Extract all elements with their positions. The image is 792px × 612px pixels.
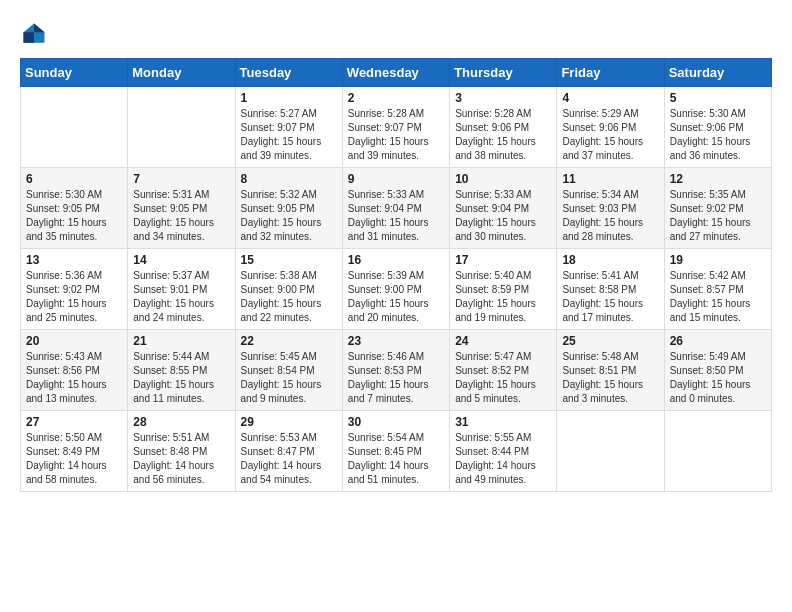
day-number: 25 [562,334,658,348]
day-number: 28 [133,415,229,429]
calendar-cell: 25Sunrise: 5:48 AM Sunset: 8:51 PM Dayli… [557,330,664,411]
svg-rect-2 [24,32,35,43]
calendar-cell: 1Sunrise: 5:27 AM Sunset: 9:07 PM Daylig… [235,87,342,168]
calendar-cell: 12Sunrise: 5:35 AM Sunset: 9:02 PM Dayli… [664,168,771,249]
day-number: 21 [133,334,229,348]
calendar-cell: 21Sunrise: 5:44 AM Sunset: 8:55 PM Dayli… [128,330,235,411]
weekday-header-monday: Monday [128,59,235,87]
page-header [20,20,772,48]
day-info: Sunrise: 5:34 AM Sunset: 9:03 PM Dayligh… [562,188,658,244]
day-info: Sunrise: 5:43 AM Sunset: 8:56 PM Dayligh… [26,350,122,406]
calendar-week-1: 1Sunrise: 5:27 AM Sunset: 9:07 PM Daylig… [21,87,772,168]
calendar-cell: 16Sunrise: 5:39 AM Sunset: 9:00 PM Dayli… [342,249,449,330]
day-info: Sunrise: 5:53 AM Sunset: 8:47 PM Dayligh… [241,431,337,487]
day-info: Sunrise: 5:28 AM Sunset: 9:06 PM Dayligh… [455,107,551,163]
day-number: 14 [133,253,229,267]
calendar-cell: 19Sunrise: 5:42 AM Sunset: 8:57 PM Dayli… [664,249,771,330]
calendar-cell: 13Sunrise: 5:36 AM Sunset: 9:02 PM Dayli… [21,249,128,330]
day-info: Sunrise: 5:33 AM Sunset: 9:04 PM Dayligh… [455,188,551,244]
calendar-cell: 15Sunrise: 5:38 AM Sunset: 9:00 PM Dayli… [235,249,342,330]
calendar-week-3: 13Sunrise: 5:36 AM Sunset: 9:02 PM Dayli… [21,249,772,330]
day-info: Sunrise: 5:38 AM Sunset: 9:00 PM Dayligh… [241,269,337,325]
calendar-table: SundayMondayTuesdayWednesdayThursdayFrid… [20,58,772,492]
day-number: 30 [348,415,444,429]
calendar-cell: 26Sunrise: 5:49 AM Sunset: 8:50 PM Dayli… [664,330,771,411]
day-info: Sunrise: 5:36 AM Sunset: 9:02 PM Dayligh… [26,269,122,325]
calendar-cell: 17Sunrise: 5:40 AM Sunset: 8:59 PM Dayli… [450,249,557,330]
day-number: 18 [562,253,658,267]
day-info: Sunrise: 5:47 AM Sunset: 8:52 PM Dayligh… [455,350,551,406]
day-number: 6 [26,172,122,186]
day-info: Sunrise: 5:45 AM Sunset: 8:54 PM Dayligh… [241,350,337,406]
calendar-cell: 2Sunrise: 5:28 AM Sunset: 9:07 PM Daylig… [342,87,449,168]
calendar-cell: 27Sunrise: 5:50 AM Sunset: 8:49 PM Dayli… [21,411,128,492]
logo [20,20,52,48]
day-number: 11 [562,172,658,186]
weekday-header-wednesday: Wednesday [342,59,449,87]
calendar-cell: 6Sunrise: 5:30 AM Sunset: 9:05 PM Daylig… [21,168,128,249]
weekday-header-friday: Friday [557,59,664,87]
calendar-cell: 10Sunrise: 5:33 AM Sunset: 9:04 PM Dayli… [450,168,557,249]
day-info: Sunrise: 5:41 AM Sunset: 8:58 PM Dayligh… [562,269,658,325]
calendar-cell: 23Sunrise: 5:46 AM Sunset: 8:53 PM Dayli… [342,330,449,411]
calendar-cell: 29Sunrise: 5:53 AM Sunset: 8:47 PM Dayli… [235,411,342,492]
calendar-cell: 3Sunrise: 5:28 AM Sunset: 9:06 PM Daylig… [450,87,557,168]
calendar-cell: 7Sunrise: 5:31 AM Sunset: 9:05 PM Daylig… [128,168,235,249]
calendar-week-4: 20Sunrise: 5:43 AM Sunset: 8:56 PM Dayli… [21,330,772,411]
day-info: Sunrise: 5:39 AM Sunset: 9:00 PM Dayligh… [348,269,444,325]
day-info: Sunrise: 5:35 AM Sunset: 9:02 PM Dayligh… [670,188,766,244]
day-number: 8 [241,172,337,186]
day-number: 9 [348,172,444,186]
day-number: 24 [455,334,551,348]
calendar-cell [128,87,235,168]
day-info: Sunrise: 5:33 AM Sunset: 9:04 PM Dayligh… [348,188,444,244]
weekday-header-sunday: Sunday [21,59,128,87]
calendar-cell: 18Sunrise: 5:41 AM Sunset: 8:58 PM Dayli… [557,249,664,330]
day-info: Sunrise: 5:30 AM Sunset: 9:05 PM Dayligh… [26,188,122,244]
calendar-cell: 24Sunrise: 5:47 AM Sunset: 8:52 PM Dayli… [450,330,557,411]
day-info: Sunrise: 5:28 AM Sunset: 9:07 PM Dayligh… [348,107,444,163]
day-info: Sunrise: 5:46 AM Sunset: 8:53 PM Dayligh… [348,350,444,406]
day-number: 17 [455,253,551,267]
calendar-week-5: 27Sunrise: 5:50 AM Sunset: 8:49 PM Dayli… [21,411,772,492]
day-info: Sunrise: 5:37 AM Sunset: 9:01 PM Dayligh… [133,269,229,325]
day-number: 19 [670,253,766,267]
calendar-week-2: 6Sunrise: 5:30 AM Sunset: 9:05 PM Daylig… [21,168,772,249]
calendar-cell: 28Sunrise: 5:51 AM Sunset: 8:48 PM Dayli… [128,411,235,492]
day-info: Sunrise: 5:54 AM Sunset: 8:45 PM Dayligh… [348,431,444,487]
calendar-cell: 5Sunrise: 5:30 AM Sunset: 9:06 PM Daylig… [664,87,771,168]
day-info: Sunrise: 5:50 AM Sunset: 8:49 PM Dayligh… [26,431,122,487]
day-number: 5 [670,91,766,105]
logo-icon [20,20,48,48]
day-info: Sunrise: 5:48 AM Sunset: 8:51 PM Dayligh… [562,350,658,406]
calendar-cell [21,87,128,168]
calendar-cell: 22Sunrise: 5:45 AM Sunset: 8:54 PM Dayli… [235,330,342,411]
day-number: 15 [241,253,337,267]
weekday-header-tuesday: Tuesday [235,59,342,87]
day-info: Sunrise: 5:30 AM Sunset: 9:06 PM Dayligh… [670,107,766,163]
day-info: Sunrise: 5:55 AM Sunset: 8:44 PM Dayligh… [455,431,551,487]
day-info: Sunrise: 5:51 AM Sunset: 8:48 PM Dayligh… [133,431,229,487]
weekday-header-thursday: Thursday [450,59,557,87]
day-number: 29 [241,415,337,429]
calendar-cell: 4Sunrise: 5:29 AM Sunset: 9:06 PM Daylig… [557,87,664,168]
calendar-cell: 11Sunrise: 5:34 AM Sunset: 9:03 PM Dayli… [557,168,664,249]
day-number: 1 [241,91,337,105]
calendar-cell: 9Sunrise: 5:33 AM Sunset: 9:04 PM Daylig… [342,168,449,249]
day-info: Sunrise: 5:32 AM Sunset: 9:05 PM Dayligh… [241,188,337,244]
day-number: 27 [26,415,122,429]
svg-marker-1 [34,24,45,33]
day-number: 7 [133,172,229,186]
day-number: 26 [670,334,766,348]
calendar-cell: 30Sunrise: 5:54 AM Sunset: 8:45 PM Dayli… [342,411,449,492]
day-info: Sunrise: 5:49 AM Sunset: 8:50 PM Dayligh… [670,350,766,406]
calendar-cell: 14Sunrise: 5:37 AM Sunset: 9:01 PM Dayli… [128,249,235,330]
day-number: 13 [26,253,122,267]
day-info: Sunrise: 5:31 AM Sunset: 9:05 PM Dayligh… [133,188,229,244]
day-number: 16 [348,253,444,267]
day-number: 31 [455,415,551,429]
calendar-cell [664,411,771,492]
day-number: 22 [241,334,337,348]
day-number: 23 [348,334,444,348]
day-info: Sunrise: 5:40 AM Sunset: 8:59 PM Dayligh… [455,269,551,325]
